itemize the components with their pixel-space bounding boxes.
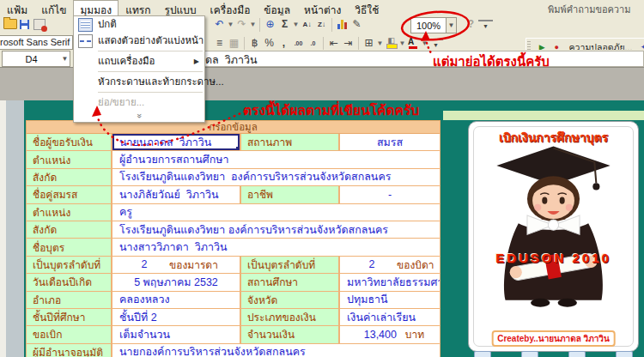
form-label-cell: ขอเบิก: [26, 326, 112, 343]
menu-expand-chevron[interactable]: »: [74, 111, 204, 122]
form-value-cell[interactable]: โรงเรียนภูดินแดงวิทยา องค์การบริหารส่วนจ…: [112, 169, 440, 186]
poster-watermark: EDUSON 2010: [469, 251, 638, 265]
shape-thumb[interactable]: [474, 351, 491, 357]
view-menu-item-4[interactable]: ย่อ/ขยาย...: [74, 94, 204, 111]
form-label-cell: จำนวนเงิน: [240, 326, 339, 343]
form-label-cell: ตำแหน่ง: [26, 204, 112, 221]
form-label-cell: ชั้นปีที่ศึกษา: [26, 309, 112, 326]
form-value-cell[interactable]: เต็มจำนวน: [112, 326, 240, 343]
undo-icon[interactable]: ↶: [212, 17, 227, 31]
font-color-icon[interactable]: A: [406, 36, 421, 50]
form-value-cell[interactable]: นายกองค์การบริหารส่วนจังหวัดสกลนคร: [112, 344, 440, 357]
menu-bar: แฟ้มแก้ไขมุมมองแทรกรูปแบบเครื่องมือข้อมู…: [0, 0, 644, 15]
zoom-combobox[interactable]: 100% ▼: [410, 17, 457, 33]
dropdown-arrow-icon[interactable]: ▼: [376, 36, 384, 50]
redo-icon[interactable]: ↷: [234, 17, 249, 31]
dropdown-arrow-icon[interactable]: ▼: [421, 36, 428, 50]
view-menu-item-0[interactable]: ปกติ: [74, 16, 204, 33]
form-row: ขอเบิกเต็มจำนวนจำนวนเงิน13,400บาท: [26, 326, 440, 343]
toolbar-options-icon[interactable]: ▼: [478, 20, 493, 30]
form-label-cell: ชื่อผู้ขอรับเงิน: [26, 134, 112, 151]
form-value-cell[interactable]: ชั้นปีที่ 2: [112, 309, 240, 326]
increase-decimal-icon[interactable]: .00: [291, 36, 306, 50]
form-label-cell: สถานศึกษา: [240, 274, 339, 291]
form-value-cell[interactable]: -: [339, 186, 440, 203]
decrease-decimal-icon[interactable]: .0: [306, 36, 320, 50]
shape-thumb[interactable]: [521, 351, 538, 357]
green-row-stripe: [443, 111, 644, 120]
page-break-preview-icon: [78, 34, 93, 48]
view-menu-item-2[interactable]: แถบเครื่องมือ▶: [74, 53, 204, 70]
form-label-cell: ชื่อคู่สมรส: [26, 186, 112, 203]
form-value-cell[interactable]: ครู: [112, 204, 440, 221]
form-label-cell: ประเภทของเงิน: [240, 309, 339, 326]
view-menu-item-3[interactable]: หัวกระดาษและท้ายกระดาษ...: [74, 74, 204, 90]
form-value-cell[interactable]: สมรส: [339, 134, 440, 151]
zoom-value[interactable]: 100%: [411, 21, 446, 31]
form-value-cell[interactable]: 13,400บาท: [339, 326, 440, 343]
form-label-cell: ชื่อบุตร: [26, 239, 112, 256]
dropdown-arrow-icon[interactable]: ▼: [249, 17, 257, 31]
standard-toolbar-left: [3, 15, 46, 31]
annotation-result-tip: ตรงนี้ได้ผลตามที่เขียนโค้ดครับ: [243, 100, 419, 121]
fill-color-icon[interactable]: [384, 36, 398, 50]
form-value-cell[interactable]: คลองหลวง: [112, 292, 240, 309]
form-row: ตำแหน่งครู: [26, 204, 440, 221]
form-table: กรอกข้อมูล ชื่อผู้ขอรับเงินนายนภาดล วิภา…: [26, 120, 440, 357]
form-label-cell: จังหวัด: [240, 292, 339, 309]
form-value-cell[interactable]: ผู้อำนวยการสถานศึกษา: [112, 151, 440, 168]
font-name-box[interactable]: rosoft Sans Serif: [0, 35, 73, 50]
drawing-icon[interactable]: ✎: [349, 17, 364, 31]
vb-toolbar-pre: ▶●: [535, 39, 564, 48]
sort-asc-icon[interactable]: A↓: [300, 17, 314, 31]
form-value-cell[interactable]: นายนภาดล วิภาวิน: [112, 134, 240, 151]
hyperlink-icon[interactable]: ⊕: [263, 17, 277, 31]
comma-icon[interactable]: ,: [276, 36, 291, 50]
form-value-cell[interactable]: 5 พฤษภาคม 2532: [112, 274, 240, 291]
form-value-cell[interactable]: มหาวิทยาลัยธรรมศาสตร์: [339, 274, 440, 291]
toolbar-options-icon[interactable]: ▼: [428, 39, 443, 49]
dropdown-arrow-icon[interactable]: ▼: [398, 36, 406, 50]
shape-thumb[interactable]: [616, 351, 633, 357]
shape-thumb[interactable]: [568, 351, 586, 357]
decrease-indent-icon[interactable]: ⇤: [326, 36, 341, 50]
form-value-cell[interactable]: นางสาววิภาดา วิภาวิน: [112, 239, 440, 256]
form-row: ตำแหน่งผู้อำนวยการสถานศึกษา: [26, 151, 440, 168]
save-icon[interactable]: [17, 17, 32, 31]
sheet-left-edge: [0, 100, 6, 357]
dropdown-arrow-icon[interactable]: ▼: [292, 17, 300, 31]
form-value-cell[interactable]: นางภิลัยวัณย์ วิภาวิน: [112, 186, 240, 203]
toolbar-separator: [244, 37, 245, 51]
form-value-cell[interactable]: โรงเรียนภูดินแดงวิทยา องค์การบริหารส่วนจ…: [112, 221, 440, 239]
form-value-cell[interactable]: เงินค่าเล่าเรียน: [339, 309, 440, 326]
annotation-zoom-tip: แต่มาย่อได้ตรงนี้ครับ: [433, 51, 550, 72]
type-question-box[interactable]: พิมพ์คำถามขอความ: [548, 2, 644, 14]
sort-desc-icon[interactable]: Z↓: [314, 17, 329, 31]
permission-icon[interactable]: [32, 17, 46, 31]
toolbar-separator: [259, 18, 260, 32]
form-value-cell[interactable]: 2ของมารดา: [112, 257, 240, 274]
currency-icon[interactable]: ฿: [247, 36, 262, 50]
help-icon[interactable]: ?: [464, 17, 478, 31]
dropdown-arrow-icon[interactable]: ▼: [227, 17, 234, 31]
name-box-value[interactable]: D4: [3, 54, 60, 64]
name-box-arrow-icon[interactable]: ▼: [60, 55, 70, 63]
borders-icon[interactable]: ⊞: [361, 36, 376, 50]
autosum-icon[interactable]: Σ: [277, 17, 292, 31]
form-label-cell: สังกัด: [26, 169, 112, 186]
increase-indent-icon[interactable]: ⇥: [341, 36, 355, 50]
percent-icon[interactable]: %: [262, 36, 276, 50]
view-menu-item-1[interactable]: แสดงตัวอย่างตัวแบ่งหน้า: [74, 33, 204, 49]
chart-wizard-icon[interactable]: [335, 17, 349, 31]
center-icon[interactable]: ≡: [212, 36, 227, 50]
excel-window: แฟ้มแก้ไขมุมมองแทรกรูปแบบเครื่องมือข้อมู…: [0, 0, 644, 357]
merge-center-icon[interactable]: ▦: [227, 36, 241, 50]
zoom-dropdown-arrow-icon[interactable]: ▼: [446, 18, 456, 33]
name-box[interactable]: D4 ▼: [2, 51, 70, 67]
form-label-cell: อาชีพ: [240, 186, 339, 203]
graduate-cartoon: [479, 142, 628, 340]
form-value-cell[interactable]: 2ของบิดา: [339, 257, 440, 274]
form-value-cell[interactable]: ปทุมธานี: [339, 292, 440, 309]
form-row: ชั้นปีที่ศึกษาชั้นปีที่ 2ประเภทของเงินเง…: [26, 309, 440, 326]
open-icon[interactable]: [3, 17, 17, 31]
